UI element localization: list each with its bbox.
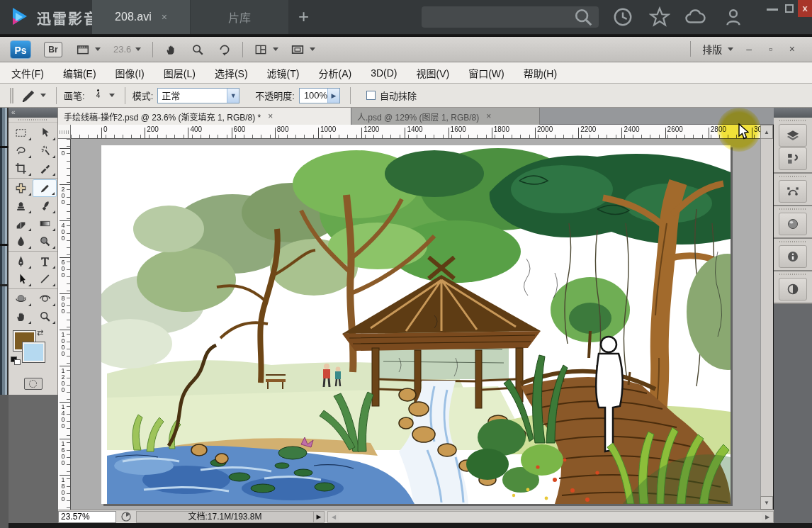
appbar-zoom-value[interactable]: 23.6 bbox=[113, 44, 131, 55]
menu-help[interactable]: 帮助(H) bbox=[524, 66, 557, 80]
menu-filter[interactable]: 滤镜(T) bbox=[267, 66, 300, 80]
rotate-view-icon[interactable] bbox=[215, 42, 234, 57]
info-panel-icon[interactable] bbox=[779, 245, 807, 268]
panel-grip[interactable] bbox=[774, 118, 812, 123]
panel-grip[interactable] bbox=[774, 271, 812, 277]
layers-panel-icon[interactable] bbox=[779, 124, 807, 147]
rect-marquee-tool[interactable] bbox=[9, 124, 33, 142]
opacity-field[interactable]: 100% ▶ bbox=[299, 88, 340, 103]
type-tool[interactable] bbox=[33, 252, 57, 270]
zoom-tool[interactable] bbox=[33, 308, 57, 325]
filmstrip-icon[interactable] bbox=[74, 42, 92, 57]
zoom-icon[interactable] bbox=[188, 42, 207, 57]
document-tab-active[interactable]: 手绘线稿-操作2.psd @ 23.6% (渐变填充 1, RGB/8) * × bbox=[58, 108, 351, 125]
healing-brush-tool[interactable] bbox=[9, 179, 33, 197]
background-color-swatch[interactable] bbox=[23, 342, 45, 362]
player-tab-library[interactable]: 片库 bbox=[191, 0, 288, 34]
horizontal-ruler[interactable]: 0200400600800100012001400160018002000220… bbox=[71, 125, 760, 139]
menu-analysis[interactable]: 分析(A) bbox=[318, 66, 351, 80]
line-tool[interactable] bbox=[33, 270, 57, 288]
history-brush-tool[interactable] bbox=[33, 197, 57, 215]
vertical-scrollbar[interactable] bbox=[760, 139, 773, 510]
ps-menu-bar: 文件(F) 编辑(E) 图像(I) 图层(L) 选择(S) 滤镜(T) 分析(A… bbox=[0, 62, 812, 84]
hand-tool[interactable] bbox=[9, 308, 33, 325]
3d-rotate-tool[interactable] bbox=[9, 290, 33, 308]
scroll-left-button[interactable]: ◀ bbox=[328, 512, 339, 522]
menu-layer[interactable]: 图层(L) bbox=[164, 66, 196, 80]
swap-colors-icon[interactable]: ⇄ bbox=[37, 328, 43, 337]
user-icon[interactable] bbox=[723, 6, 744, 28]
panel-grip[interactable] bbox=[774, 206, 812, 212]
color-swatches: ⇄ bbox=[9, 325, 57, 375]
chevron-right-icon[interactable]: ▶ bbox=[327, 89, 339, 103]
player-tab-video[interactable]: 208.avi × bbox=[92, 0, 190, 34]
tab-close-icon[interactable]: × bbox=[162, 11, 167, 23]
bridge-button[interactable]: Br bbox=[44, 42, 62, 57]
chevron-down-icon[interactable]: ▼ bbox=[227, 89, 239, 103]
status-flyout-button[interactable]: ▶ bbox=[313, 511, 325, 523]
panel-grip[interactable] bbox=[774, 239, 812, 245]
menu-3d[interactable]: 3D(D) bbox=[371, 67, 397, 79]
pen-tool[interactable] bbox=[9, 252, 33, 270]
magic-wand-tool[interactable] bbox=[33, 142, 57, 159]
lasso-tool[interactable] bbox=[9, 142, 33, 159]
current-tool-icon[interactable] bbox=[19, 87, 38, 104]
document-tab-inactive[interactable]: 人.psd @ 129% (图层 1, RGB/8) × bbox=[351, 108, 540, 125]
default-colors-icon[interactable] bbox=[11, 356, 21, 366]
canvas[interactable] bbox=[101, 145, 731, 504]
document-viewport[interactable] bbox=[71, 139, 760, 510]
screen: 迅雷影音 208.avi × 片库 + x Ps Br 23.6 排版 bbox=[0, 0, 812, 528]
ps-window-controls[interactable]: – ▫ × bbox=[746, 43, 802, 55]
quick-mask-button[interactable] bbox=[24, 378, 43, 390]
tab-close-icon[interactable]: × bbox=[486, 111, 491, 121]
eraser-tool[interactable] bbox=[9, 215, 33, 232]
clone-stamp-tool[interactable] bbox=[9, 197, 33, 215]
eyedropper-tool[interactable] bbox=[33, 159, 57, 177]
blur-tool[interactable] bbox=[9, 232, 33, 250]
dodge-tool[interactable] bbox=[33, 232, 57, 250]
document-tab-bar: 手绘线稿-操作2.psd @ 23.6% (渐变填充 1, RGB/8) * ×… bbox=[58, 108, 774, 125]
status-zoom-field[interactable] bbox=[58, 511, 116, 523]
3d-orbit-tool[interactable] bbox=[33, 290, 57, 308]
screen-mode-icon[interactable] bbox=[288, 42, 307, 57]
window-maximize-button[interactable] bbox=[785, 4, 794, 13]
cloud-icon[interactable] bbox=[684, 6, 706, 28]
menu-edit[interactable]: 编辑(E) bbox=[63, 66, 96, 80]
path-select-tool[interactable] bbox=[9, 270, 33, 288]
vertical-ruler[interactable]: 0200400600800100012001400160018002000 bbox=[58, 139, 71, 510]
crop-tool[interactable] bbox=[9, 159, 33, 177]
dock-header[interactable] bbox=[774, 108, 812, 118]
gradient-tool[interactable] bbox=[33, 215, 57, 232]
scroll-down-button[interactable]: ▼ bbox=[760, 496, 773, 510]
toolbox-grip[interactable] bbox=[9, 118, 57, 123]
window-minimize-button[interactable] bbox=[767, 9, 778, 11]
window-close-button[interactable]: x bbox=[798, 0, 812, 17]
search-icon[interactable] bbox=[573, 6, 594, 28]
move-tool[interactable] bbox=[33, 124, 57, 142]
3d-panel-icon[interactable] bbox=[779, 213, 807, 235]
horizontal-scrollbar[interactable]: ◀ ▶ bbox=[327, 511, 774, 523]
arrange-workspace-button[interactable]: 排版 bbox=[702, 42, 722, 56]
toolbox-collapse-button[interactable]: « bbox=[9, 108, 57, 118]
hand-icon[interactable] bbox=[162, 42, 180, 57]
adjustments-panel-icon[interactable] bbox=[779, 278, 807, 300]
tab-close-icon[interactable]: × bbox=[268, 111, 273, 121]
arrange-documents-icon[interactable] bbox=[252, 42, 270, 57]
new-tab-button[interactable]: + bbox=[298, 6, 309, 28]
scroll-up-button[interactable]: ▲ bbox=[760, 125, 773, 139]
auto-erase-checkbox[interactable] bbox=[366, 91, 376, 100]
pencil-tool[interactable] bbox=[33, 179, 57, 197]
mode-select[interactable]: 正常 ▼ bbox=[157, 88, 239, 103]
history-icon[interactable] bbox=[612, 6, 633, 28]
menu-view[interactable]: 视图(V) bbox=[416, 66, 449, 80]
brush-preview[interactable]: 4 bbox=[91, 86, 106, 105]
menu-select[interactable]: 选择(S) bbox=[215, 66, 248, 80]
panel-grip[interactable] bbox=[774, 174, 812, 179]
paths-panel-icon[interactable] bbox=[779, 180, 807, 203]
menu-image[interactable]: 图像(I) bbox=[115, 66, 145, 80]
channels-panel-icon[interactable] bbox=[779, 147, 807, 170]
menu-file[interactable]: 文件(F) bbox=[11, 66, 44, 80]
menu-window[interactable]: 窗口(W) bbox=[468, 66, 504, 80]
favorites-icon[interactable] bbox=[649, 6, 670, 28]
scroll-right-button[interactable]: ▶ bbox=[762, 512, 773, 522]
